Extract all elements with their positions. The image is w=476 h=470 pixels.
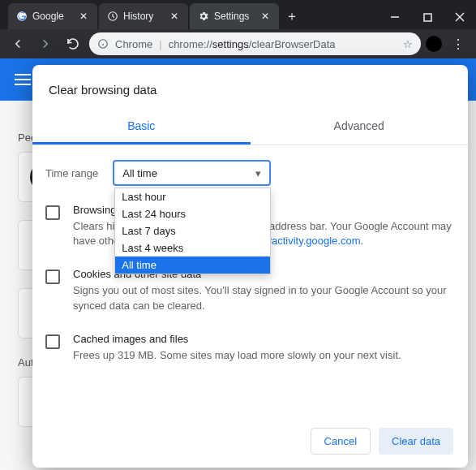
window-maximize-button[interactable] (411, 5, 444, 29)
time-option[interactable]: Last 7 days (115, 222, 270, 239)
time-range-dropdown: Last hour Last 24 hours Last 7 days Last… (114, 188, 271, 274)
google-icon (16, 11, 28, 22)
omnibox-prefix: Chrome (115, 38, 152, 50)
cookies-checkbox[interactable] (45, 269, 60, 284)
time-option[interactable]: Last hour (115, 188, 270, 205)
clear-data-button[interactable]: Clear data (379, 428, 453, 455)
time-option[interactable]: Last 24 hours (115, 205, 270, 222)
menu-icon[interactable] (15, 74, 31, 85)
tab-basic[interactable]: Basic (32, 110, 251, 144)
browser-menu-button[interactable]: ⋮ (447, 32, 470, 55)
profile-avatar[interactable] (426, 36, 442, 52)
tab-label: History (123, 11, 153, 22)
time-range-value: All time (122, 167, 157, 179)
tab-close-icon[interactable]: ✕ (78, 11, 89, 22)
chevron-down-icon: ▾ (255, 167, 261, 179)
time-option[interactable]: All time (115, 257, 270, 274)
tab-advanced[interactable]: Advanced (251, 110, 469, 144)
dialog-title: Clear browsing data (32, 65, 468, 110)
cancel-button[interactable]: Cancel (311, 428, 371, 455)
back-button[interactable] (6, 32, 29, 55)
item-title: Cached images and files (73, 333, 401, 345)
time-option[interactable]: Last 4 weeks (115, 239, 270, 257)
bookmark-star-icon[interactable]: ☆ (403, 38, 413, 50)
tab-close-icon[interactable]: ✕ (259, 11, 271, 22)
item-desc: Frees up 319 MB. Some sites may load mor… (73, 348, 401, 363)
tab-label: Google (32, 11, 64, 22)
tab-close-icon[interactable]: ✕ (169, 11, 180, 22)
time-range-select[interactable]: All time ▾ Last hour Last 24 hours Last … (113, 160, 271, 186)
gear-icon (198, 11, 209, 22)
tab-label: Settings (214, 11, 249, 22)
browsing-history-checkbox[interactable] (45, 205, 60, 220)
activity-link[interactable]: myactivity.google.com (258, 235, 361, 247)
address-bar[interactable]: Chrome | chrome://settings/clearBrowserD… (89, 32, 421, 55)
tab-history[interactable]: History ✕ (99, 3, 188, 29)
new-tab-button[interactable]: ＋ (281, 5, 303, 28)
cache-checkbox[interactable] (45, 334, 60, 349)
history-icon (107, 11, 118, 22)
window-close-button[interactable] (444, 5, 476, 29)
forward-button[interactable] (34, 32, 57, 55)
svg-rect-3 (424, 14, 431, 21)
tab-settings[interactable]: Settings ✕ (190, 3, 279, 29)
item-desc: Signs you out of most sites. You'll stay… (73, 283, 455, 313)
time-range-label: Time range (45, 167, 98, 179)
reload-button[interactable] (62, 32, 84, 55)
site-info-icon[interactable] (97, 38, 109, 50)
window-minimize-button[interactable] (379, 5, 411, 29)
tab-google[interactable]: Google ✕ (8, 3, 97, 29)
clear-browsing-data-dialog: Clear browsing data Basic Advanced Time … (32, 65, 468, 468)
